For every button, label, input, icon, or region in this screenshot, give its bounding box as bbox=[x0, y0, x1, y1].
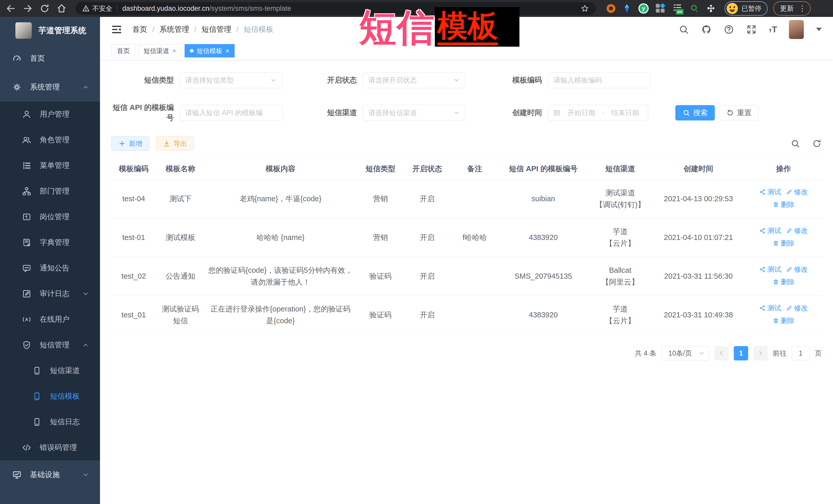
page-1-button[interactable]: 1 bbox=[734, 346, 748, 360]
chat-bubble-icon bbox=[22, 263, 31, 273]
browser-update-button[interactable]: 更新 ⋮ bbox=[773, 1, 811, 16]
tags-view-bar: 首页 短信渠道 × 短信模板 × bbox=[100, 42, 833, 60]
date-range-picker[interactable]: 开始日期 - 结束日期 bbox=[548, 105, 648, 121]
reload-icon[interactable] bbox=[40, 3, 50, 14]
font-size-icon[interactable]: тT bbox=[769, 24, 777, 34]
sidebar-item-error-code[interactable]: 错误码管理 bbox=[0, 435, 100, 460]
end-date-placeholder[interactable]: 结束日期 bbox=[607, 108, 644, 117]
delete-link[interactable]: 删除 bbox=[772, 237, 794, 249]
edit-link[interactable]: 修改 bbox=[786, 264, 808, 275]
close-icon[interactable]: × bbox=[225, 47, 229, 55]
url-path[interactable]: /system/sms/sms-template bbox=[209, 5, 291, 13]
tab-home[interactable]: 首页 bbox=[112, 44, 135, 57]
search-button[interactable]: 搜索 bbox=[675, 105, 715, 120]
extensions-area: y on bbox=[606, 3, 716, 14]
sidebar-item-audit-log[interactable]: 审计日志 bbox=[0, 281, 100, 307]
chevron-down-icon bbox=[82, 471, 89, 478]
channel-select[interactable]: 请选择短信渠道 bbox=[363, 105, 466, 121]
page-size-select[interactable]: 10条/页 bbox=[662, 346, 709, 360]
address-bar[interactable]: 不安全 dashboard.yudao.iocoder.cn /system/s… bbox=[75, 2, 596, 15]
prev-page-button[interactable] bbox=[714, 346, 729, 360]
next-page-button[interactable] bbox=[753, 346, 768, 360]
template-code-input[interactable]: 请输入模板编码 bbox=[548, 72, 651, 88]
extension-tool-icon[interactable] bbox=[690, 3, 699, 14]
sidebar-item-system-management[interactable]: 系统管理 bbox=[0, 73, 100, 101]
tab-sms-template[interactable]: 短信模板 × bbox=[185, 44, 235, 57]
sidebar-item-notice[interactable]: 通知公告 bbox=[0, 255, 100, 281]
breadcrumb-system[interactable]: 系统管理 bbox=[160, 24, 189, 34]
export-button[interactable]: 导出 bbox=[156, 136, 194, 151]
goto-page-input[interactable]: 1 bbox=[792, 346, 810, 360]
start-date-placeholder[interactable]: 开始日期 bbox=[563, 108, 600, 117]
edit-link[interactable]: 修改 bbox=[786, 186, 808, 198]
sidebar-collapse-icon[interactable] bbox=[111, 24, 122, 35]
search-toggle-icon[interactable] bbox=[790, 139, 800, 148]
profile-paused-pill[interactable]: 已暂停 bbox=[724, 1, 768, 16]
sidebar-item-user-management[interactable]: 用户管理 bbox=[0, 101, 100, 127]
kebab-menu-icon[interactable]: ⋮ bbox=[799, 6, 806, 11]
reset-button[interactable]: 重置 bbox=[719, 105, 758, 120]
sidebar-item-sms-log[interactable]: 短信日志 bbox=[0, 409, 100, 435]
test-link[interactable]: 测试 bbox=[759, 186, 781, 198]
sidebar-item-dict-management[interactable]: 字典管理 bbox=[0, 230, 100, 255]
delete-link[interactable]: 删除 bbox=[772, 276, 794, 288]
help-icon[interactable] bbox=[723, 24, 734, 35]
extension-pin-icon[interactable] bbox=[622, 4, 631, 13]
avatar-dropdown-caret-icon[interactable] bbox=[816, 28, 822, 31]
pencil-icon bbox=[786, 305, 792, 311]
sidebar-item-online-users[interactable]: A 在线用户 bbox=[0, 307, 100, 332]
sidebar-item-infrastructure[interactable]: 基础设施 bbox=[0, 460, 100, 489]
extension-orange-icon[interactable] bbox=[606, 4, 615, 13]
breadcrumb-home[interactable]: 首页 bbox=[132, 24, 147, 34]
security-label[interactable]: 不安全 bbox=[92, 4, 112, 13]
tab-sms-channel[interactable]: 短信渠道 × bbox=[138, 44, 182, 57]
fullscreen-icon[interactable] bbox=[746, 24, 757, 35]
forward-icon[interactable] bbox=[23, 3, 33, 14]
extension-grid-icon[interactable] bbox=[656, 4, 665, 13]
back-icon[interactable] bbox=[6, 3, 16, 14]
delete-link[interactable]: 删除 bbox=[772, 199, 794, 211]
sidebar-item-sms-management[interactable]: 短信管理 bbox=[0, 332, 100, 358]
bookmark-star-icon[interactable] bbox=[580, 4, 589, 13]
test-link[interactable]: 测试 bbox=[759, 264, 781, 275]
sidebar-item-sms-template[interactable]: 短信模板 bbox=[0, 384, 100, 409]
sms-type-label: 短信类型 bbox=[111, 75, 180, 86]
app-logo[interactable]: 芋道管理系统 bbox=[0, 17, 100, 44]
sidebar-item-role-management[interactable]: 角色管理 bbox=[0, 127, 100, 153]
status-select[interactable]: 请选择开启状态 bbox=[363, 72, 466, 88]
test-link[interactable]: 测试 bbox=[759, 302, 781, 314]
user-avatar[interactable] bbox=[789, 20, 804, 39]
monitor-icon bbox=[12, 470, 22, 480]
table-header-row: 模板编码 模板名称 模板内容 短信类型 开启状态 备注 短信 API 的模板编号… bbox=[111, 159, 824, 179]
sms-type-select[interactable]: 请选择短信类型 bbox=[180, 72, 283, 88]
sidebar-item-dept-management[interactable]: 部门管理 bbox=[0, 178, 100, 204]
search-icon[interactable] bbox=[679, 24, 689, 35]
filter-status: 开启状态 请选择开启状态 bbox=[283, 72, 466, 88]
col-template-content: 模板内容 bbox=[205, 159, 356, 179]
status-label: 开启状态 bbox=[283, 75, 363, 86]
share-icon bbox=[759, 305, 766, 311]
api-template-id-input[interactable]: 请输入短信 API 的模板编 bbox=[180, 105, 283, 121]
warning-icon bbox=[82, 5, 90, 12]
sidebar-item-menu-management[interactable]: 菜单管理 bbox=[0, 153, 100, 178]
edit-link[interactable]: 修改 bbox=[786, 225, 808, 237]
sidebar-item-home[interactable]: 首页 bbox=[0, 44, 100, 73]
refresh-icon[interactable] bbox=[812, 139, 822, 148]
add-button[interactable]: 新增 bbox=[111, 136, 149, 151]
sidebar-item-post-management[interactable]: 岗位管理 bbox=[0, 204, 100, 230]
sidebar-item-sms-channel[interactable]: 短信渠道 bbox=[0, 358, 100, 384]
plus-icon bbox=[118, 140, 126, 147]
github-icon[interactable] bbox=[701, 24, 712, 35]
close-icon[interactable]: × bbox=[172, 47, 176, 55]
home-icon[interactable] bbox=[56, 3, 67, 14]
breadcrumb-sms[interactable]: 短信管理 bbox=[201, 24, 231, 34]
extension-y-icon[interactable]: y bbox=[638, 3, 649, 14]
edit-link[interactable]: 修改 bbox=[786, 302, 808, 314]
extension-list-icon[interactable]: on bbox=[672, 3, 683, 14]
sidebar: 芋道管理系统 首页 系统管理 用户管理 角色管理 菜单管理 部门管理 bbox=[0, 17, 100, 504]
url-host[interactable]: dashboard.yudao.iocoder.cn bbox=[122, 5, 209, 13]
test-link[interactable]: 测试 bbox=[759, 225, 781, 237]
chevron-left-icon bbox=[718, 350, 725, 357]
extensions-puzzle-icon[interactable] bbox=[706, 4, 716, 13]
delete-link[interactable]: 删除 bbox=[772, 315, 794, 327]
